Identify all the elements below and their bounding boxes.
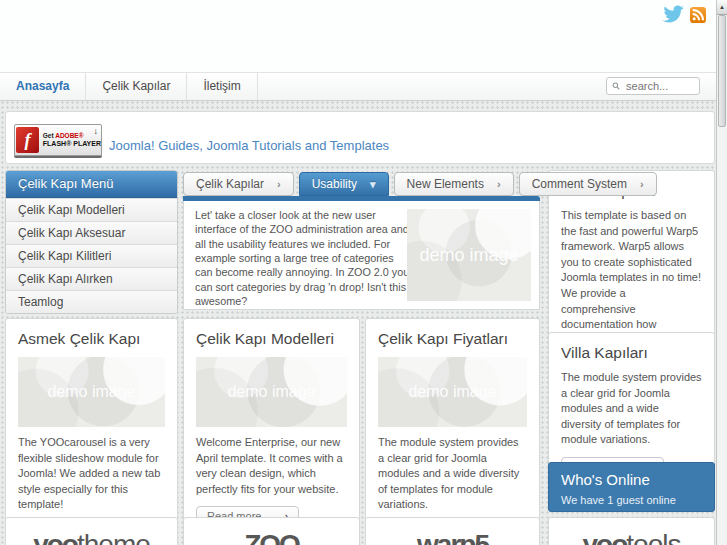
footer-box-yootools: yootools (548, 517, 715, 545)
banner-link[interactable]: Joomla! Guides, Joomla Tutorials and Tem… (109, 138, 389, 153)
twitter-icon[interactable] (662, 5, 685, 24)
card-title: Çelik Kapı Fiyatları (378, 330, 527, 348)
sidebar-menu-title: Çelik Kapı Menü (6, 171, 177, 198)
demo-image-label: demo image (419, 245, 518, 266)
active-tab-underline (183, 196, 540, 201)
tab-label: Comment System (532, 177, 627, 191)
search-icon (612, 81, 620, 91)
search-input[interactable] (624, 79, 694, 93)
yootools-logo[interactable]: yootools (583, 531, 681, 545)
demo-image: demo image (378, 357, 527, 427)
tab-label: Usability (312, 177, 357, 191)
usability-tab-panel: Let' take a closer look at the new user … (183, 201, 540, 310)
demo-image-label: demo image (47, 383, 135, 401)
scroll-up-button[interactable]: ▲ (717, 0, 727, 15)
card-text: The module system provides a clear grid … (561, 370, 702, 448)
card-text: Welcome Enterprise, our new April templa… (196, 435, 347, 497)
sidebar-item-alirken[interactable]: Çelik Kapı Alırken (6, 267, 177, 290)
nav-item-iletisim[interactable]: İletişim (187, 73, 257, 100)
footer-box-zoo: ZOO (183, 517, 360, 545)
whos-online-text: We have 1 guest online (561, 494, 702, 506)
banner-panel: f Get ADOBE® FLASH® PLAYER ↓ Joomla! Gui… (5, 111, 715, 164)
card-title: Çelik Kapı Modelleri (196, 330, 347, 348)
demo-image: demo image (18, 357, 165, 427)
main-navbar: Anasayfa Çelik Kapılar İletişim (0, 72, 716, 101)
warp5-logo[interactable]: warp5 (417, 531, 488, 545)
card-text: This template is based on the fast and p… (561, 208, 702, 348)
zoo-logo[interactable]: ZOO (244, 531, 299, 545)
celik-kapi-fiyatlari-card: Çelik Kapı Fiyatları demo image The modu… (365, 318, 540, 545)
demo-image-label: demo image (408, 383, 496, 401)
tab-new-elements[interactable]: New Elements › (394, 172, 514, 196)
footer-box-warp5: warp5 (365, 517, 540, 545)
card-text: The YOOcarousel is a very flexible slide… (18, 435, 165, 513)
chevron-right-icon: › (640, 178, 644, 190)
demo-image: demo image (196, 357, 347, 427)
rss-icon[interactable] (690, 7, 706, 23)
tab-panel-text: Let' take a closer look at the new user … (195, 208, 413, 309)
whos-online-title: Who's Online (561, 471, 702, 488)
tab-comment-system[interactable]: Comment System › (519, 172, 657, 196)
footer-box-yootheme: yootheme (5, 517, 178, 545)
flash-logo-icon: f (16, 127, 39, 153)
nav-item-anasayfa[interactable]: Anasayfa (0, 73, 86, 100)
scrollbar[interactable]: ▲ (716, 0, 727, 545)
tab-label: New Elements (407, 177, 484, 191)
asmek-celik-kapi-card: Asmek Çelik Kapı demo image The YOOcarou… (5, 318, 178, 545)
flash-badge-text: Get ADOBE® FLASH® PLAYER (43, 132, 101, 148)
card-text: The module system provides a clear grid … (378, 435, 527, 513)
social-links (662, 5, 706, 24)
site-header (0, 0, 716, 72)
scroll-up-arrow-icon: ▲ (719, 4, 725, 10)
flash-player-badge[interactable]: f Get ADOBE® FLASH® PLAYER ↓ (14, 124, 102, 156)
content-tabs: Çelik Kapılar › Usability ▾ New Elements… (183, 172, 657, 196)
tab-celik-kapilar[interactable]: Çelik Kapılar › (183, 172, 294, 196)
download-arrow-icon: ↓ (94, 126, 99, 136)
sidebar-item-aksesuar[interactable]: Çelik Kapı Aksesuar (6, 221, 177, 244)
caret-down-icon: ▾ (370, 178, 376, 191)
card-title: Asmek Çelik Kapı (18, 330, 165, 348)
nav-item-celik-kapilar[interactable]: Çelik Kapılar (86, 73, 187, 100)
card-title: Villa Kapıları (561, 344, 702, 362)
scrollbar-thumb[interactable] (718, 15, 726, 127)
celik-kapi-modelleri-card: Çelik Kapı Modelleri demo image Welcome … (183, 318, 360, 538)
tab-usability[interactable]: Usability ▾ (299, 172, 389, 196)
demo-image: demo image (407, 209, 531, 301)
sidebar-item-kilitleri[interactable]: Çelik Kapı Kilitleri (6, 244, 177, 267)
page: Anasayfa Çelik Kapılar İletişim f Get AD… (0, 0, 727, 545)
yootheme-logo[interactable]: yootheme (33, 531, 150, 545)
whos-online-box: Who's Online We have 1 guest online (548, 462, 715, 512)
tab-label: Çelik Kapılar (196, 177, 264, 191)
demo-image-label: demo image (227, 383, 315, 401)
sidebar-item-teamlog[interactable]: Teamlog (6, 290, 177, 313)
sidebar-item-modelleri[interactable]: Çelik Kapı Modelleri (6, 198, 177, 221)
chevron-right-icon: › (497, 178, 501, 190)
sidebar-menu: Çelik Kapı Menü Çelik Kapı Modelleri Çel… (5, 170, 178, 314)
chevron-right-icon: › (277, 178, 281, 190)
search-box[interactable] (606, 77, 700, 95)
